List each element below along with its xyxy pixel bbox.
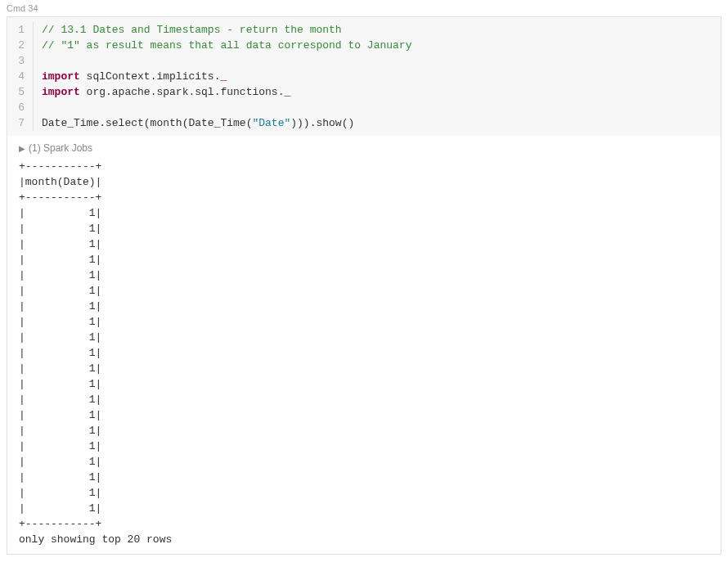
output-section: ▶ (1) Spark Jobs +-----------+ |month(Da… bbox=[7, 136, 721, 554]
line-number: 7 bbox=[16, 115, 25, 131]
code-under: _ bbox=[220, 70, 227, 83]
line-number: 1 bbox=[16, 22, 25, 38]
line-number: 2 bbox=[16, 38, 25, 53]
code-comment: // "1" as result means that all data cor… bbox=[42, 39, 411, 52]
line-number: 4 bbox=[16, 69, 25, 84]
spark-jobs-label: (1) Spark Jobs bbox=[29, 142, 92, 154]
code-ident: Date_Time.select(month(Date_Time( bbox=[42, 117, 252, 129]
code-under: _ bbox=[284, 86, 290, 98]
code-editor[interactable]: 1234567 // 13.1 Dates and Timestamps - r… bbox=[7, 17, 721, 136]
code-ident: ))).show() bbox=[290, 117, 354, 129]
code-line-blank bbox=[42, 53, 721, 69]
code-content[interactable]: // 13.1 Dates and Timestamps - return th… bbox=[34, 22, 721, 131]
code-ident: sqlContext.implicits. bbox=[80, 70, 221, 83]
code-keyword: import bbox=[42, 70, 80, 83]
notebook-cell: 1234567 // 13.1 Dates and Timestamps - r… bbox=[7, 16, 721, 555]
code-keyword: import bbox=[42, 86, 80, 98]
code-comment: // 13.1 Dates and Timestamps - return th… bbox=[42, 24, 342, 36]
code-line-blank bbox=[42, 100, 721, 115]
line-gutter: 1234567 bbox=[7, 22, 34, 131]
line-number: 5 bbox=[16, 84, 25, 100]
chevron-right-icon: ▶ bbox=[19, 144, 25, 153]
line-number: 6 bbox=[16, 100, 25, 115]
output-text: +-----------+ |month(Date)| +-----------… bbox=[19, 159, 709, 547]
code-ident: org.apache.spark.sql.functions. bbox=[80, 86, 285, 98]
code-string: "Date" bbox=[252, 117, 290, 129]
spark-jobs-toggle[interactable]: ▶ (1) Spark Jobs bbox=[19, 142, 709, 154]
cell-label: Cmd 34 bbox=[0, 0, 728, 16]
line-number: 3 bbox=[16, 53, 25, 69]
